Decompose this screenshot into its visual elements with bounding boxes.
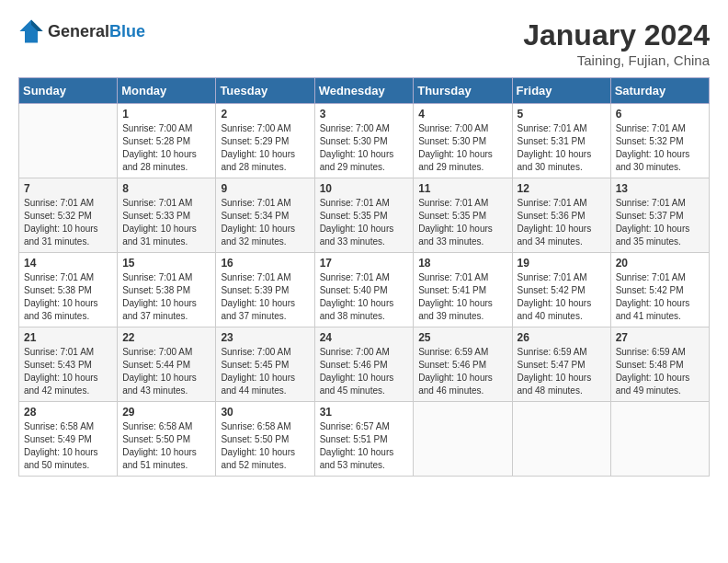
calendar-cell: 10Sunrise: 7:01 AMSunset: 5:35 PMDayligh… xyxy=(314,178,414,253)
day-info: Sunrise: 7:00 AMSunset: 5:29 PMDaylight:… xyxy=(221,122,309,174)
day-info: Sunrise: 7:00 AMSunset: 5:30 PMDaylight:… xyxy=(320,122,409,174)
calendar-cell: 25Sunrise: 6:59 AMSunset: 5:46 PMDayligh… xyxy=(414,327,512,402)
calendar-cell: 6Sunrise: 7:01 AMSunset: 5:32 PMDaylight… xyxy=(610,104,709,178)
day-info: Sunrise: 6:57 AMSunset: 5:51 PMDaylight:… xyxy=(320,420,409,472)
calendar-cell: 23Sunrise: 7:00 AMSunset: 5:45 PMDayligh… xyxy=(216,327,314,402)
calendar-cell: 28Sunrise: 6:58 AMSunset: 5:49 PMDayligh… xyxy=(19,402,118,477)
title-block: January 2024 Taining, Fujian, China xyxy=(523,18,710,68)
day-info: Sunrise: 7:01 AMSunset: 5:31 PMDaylight:… xyxy=(518,122,606,174)
calendar-cell: 8Sunrise: 7:01 AMSunset: 5:33 PMDaylight… xyxy=(118,178,216,253)
logo-general: General xyxy=(48,22,109,40)
day-number: 8 xyxy=(122,182,210,195)
day-number: 27 xyxy=(616,331,704,344)
calendar-cell: 31Sunrise: 6:57 AMSunset: 5:51 PMDayligh… xyxy=(314,402,414,477)
day-number: 30 xyxy=(221,406,309,419)
calendar-header-friday: Friday xyxy=(512,78,610,104)
calendar-cell: 22Sunrise: 7:00 AMSunset: 5:44 PMDayligh… xyxy=(118,327,216,402)
day-info: Sunrise: 7:01 AMSunset: 5:36 PMDaylight:… xyxy=(518,197,606,248)
day-number: 26 xyxy=(518,331,606,344)
day-info: Sunrise: 6:59 AMSunset: 5:48 PMDaylight:… xyxy=(616,346,704,397)
calendar-cell: 9Sunrise: 7:01 AMSunset: 5:34 PMDaylight… xyxy=(216,178,314,253)
logo-icon xyxy=(18,18,44,44)
day-number: 1 xyxy=(122,108,210,121)
day-info: Sunrise: 7:01 AMSunset: 5:32 PMDaylight:… xyxy=(24,197,112,248)
calendar-header-monday: Monday xyxy=(118,78,216,104)
calendar-cell xyxy=(414,402,512,477)
calendar-cell: 27Sunrise: 6:59 AMSunset: 5:48 PMDayligh… xyxy=(610,327,709,402)
calendar-table: SundayMondayTuesdayWednesdayThursdayFrid… xyxy=(18,77,710,477)
day-number: 9 xyxy=(221,182,309,195)
day-info: Sunrise: 7:01 AMSunset: 5:34 PMDaylight:… xyxy=(221,197,309,248)
main-title: January 2024 xyxy=(523,18,710,52)
day-info: Sunrise: 7:01 AMSunset: 5:35 PMDaylight:… xyxy=(418,197,506,248)
day-number: 2 xyxy=(221,108,309,121)
calendar-cell: 2Sunrise: 7:00 AMSunset: 5:29 PMDaylight… xyxy=(216,104,314,178)
day-number: 22 xyxy=(122,331,210,344)
calendar-header-tuesday: Tuesday xyxy=(216,78,314,104)
calendar-cell: 21Sunrise: 7:01 AMSunset: 5:43 PMDayligh… xyxy=(19,327,118,402)
calendar-week-3: 14Sunrise: 7:01 AMSunset: 5:38 PMDayligh… xyxy=(19,253,710,327)
calendar-cell xyxy=(19,104,118,178)
day-number: 15 xyxy=(122,257,210,270)
calendar-cell: 29Sunrise: 6:58 AMSunset: 5:50 PMDayligh… xyxy=(118,402,216,477)
day-number: 25 xyxy=(418,331,506,344)
calendar-week-1: 1Sunrise: 7:00 AMSunset: 5:28 PMDaylight… xyxy=(19,104,710,178)
day-info: Sunrise: 6:58 AMSunset: 5:49 PMDaylight:… xyxy=(24,420,112,472)
day-number: 3 xyxy=(320,108,409,121)
day-info: Sunrise: 7:01 AMSunset: 5:38 PMDaylight:… xyxy=(122,271,210,323)
calendar-header-wednesday: Wednesday xyxy=(314,78,414,104)
calendar-cell: 1Sunrise: 7:00 AMSunset: 5:28 PMDaylight… xyxy=(118,104,216,178)
calendar-cell: 16Sunrise: 7:01 AMSunset: 5:39 PMDayligh… xyxy=(216,253,314,327)
day-info: Sunrise: 7:01 AMSunset: 5:32 PMDaylight:… xyxy=(616,122,704,174)
day-number: 20 xyxy=(616,257,704,270)
day-info: Sunrise: 7:01 AMSunset: 5:33 PMDaylight:… xyxy=(122,197,210,248)
day-info: Sunrise: 7:01 AMSunset: 5:39 PMDaylight:… xyxy=(221,271,309,323)
calendar-cell: 7Sunrise: 7:01 AMSunset: 5:32 PMDaylight… xyxy=(19,178,118,253)
calendar-cell: 30Sunrise: 6:58 AMSunset: 5:50 PMDayligh… xyxy=(216,402,314,477)
calendar-cell xyxy=(512,402,610,477)
calendar-cell: 12Sunrise: 7:01 AMSunset: 5:36 PMDayligh… xyxy=(512,178,610,253)
day-number: 16 xyxy=(221,257,309,270)
day-info: Sunrise: 7:01 AMSunset: 5:40 PMDaylight:… xyxy=(320,271,409,323)
calendar-cell xyxy=(610,402,709,477)
day-number: 24 xyxy=(320,331,409,344)
calendar-cell: 5Sunrise: 7:01 AMSunset: 5:31 PMDaylight… xyxy=(512,104,610,178)
logo-blue: Blue xyxy=(109,22,145,40)
calendar-week-5: 28Sunrise: 6:58 AMSunset: 5:49 PMDayligh… xyxy=(19,402,710,477)
calendar-header-row: SundayMondayTuesdayWednesdayThursdayFrid… xyxy=(19,78,710,104)
calendar-cell: 18Sunrise: 7:01 AMSunset: 5:41 PMDayligh… xyxy=(414,253,512,327)
day-number: 21 xyxy=(24,331,112,344)
day-info: Sunrise: 7:01 AMSunset: 5:35 PMDaylight:… xyxy=(320,197,409,248)
calendar-week-4: 21Sunrise: 7:01 AMSunset: 5:43 PMDayligh… xyxy=(19,327,710,402)
calendar-cell: 11Sunrise: 7:01 AMSunset: 5:35 PMDayligh… xyxy=(414,178,512,253)
day-info: Sunrise: 7:01 AMSunset: 5:42 PMDaylight:… xyxy=(518,271,606,323)
day-number: 10 xyxy=(320,182,409,195)
calendar-cell: 19Sunrise: 7:01 AMSunset: 5:42 PMDayligh… xyxy=(512,253,610,327)
logo-text: GeneralBlue xyxy=(48,22,145,41)
day-info: Sunrise: 7:00 AMSunset: 5:30 PMDaylight:… xyxy=(418,122,506,174)
day-info: Sunrise: 7:00 AMSunset: 5:28 PMDaylight:… xyxy=(122,122,210,174)
day-number: 5 xyxy=(518,108,606,121)
calendar-header-thursday: Thursday xyxy=(414,78,512,104)
calendar-cell: 4Sunrise: 7:00 AMSunset: 5:30 PMDaylight… xyxy=(414,104,512,178)
calendar-cell: 17Sunrise: 7:01 AMSunset: 5:40 PMDayligh… xyxy=(314,253,414,327)
day-number: 29 xyxy=(122,406,210,419)
calendar-header-sunday: Sunday xyxy=(19,78,118,104)
day-number: 14 xyxy=(24,257,112,270)
calendar-header-saturday: Saturday xyxy=(610,78,709,104)
day-number: 7 xyxy=(24,182,112,195)
day-number: 12 xyxy=(518,182,606,195)
day-info: Sunrise: 6:58 AMSunset: 5:50 PMDaylight:… xyxy=(122,420,210,472)
subtitle: Taining, Fujian, China xyxy=(523,52,710,68)
calendar-cell: 3Sunrise: 7:00 AMSunset: 5:30 PMDaylight… xyxy=(314,104,414,178)
logo: GeneralBlue xyxy=(18,18,145,44)
calendar-cell: 13Sunrise: 7:01 AMSunset: 5:37 PMDayligh… xyxy=(610,178,709,253)
day-info: Sunrise: 7:01 AMSunset: 5:41 PMDaylight:… xyxy=(418,271,506,323)
day-info: Sunrise: 7:01 AMSunset: 5:38 PMDaylight:… xyxy=(24,271,112,323)
calendar-cell: 15Sunrise: 7:01 AMSunset: 5:38 PMDayligh… xyxy=(118,253,216,327)
day-info: Sunrise: 7:00 AMSunset: 5:44 PMDaylight:… xyxy=(122,346,210,397)
calendar-cell: 14Sunrise: 7:01 AMSunset: 5:38 PMDayligh… xyxy=(19,253,118,327)
day-number: 17 xyxy=(320,257,409,270)
day-number: 28 xyxy=(24,406,112,419)
day-info: Sunrise: 7:00 AMSunset: 5:45 PMDaylight:… xyxy=(221,346,309,397)
